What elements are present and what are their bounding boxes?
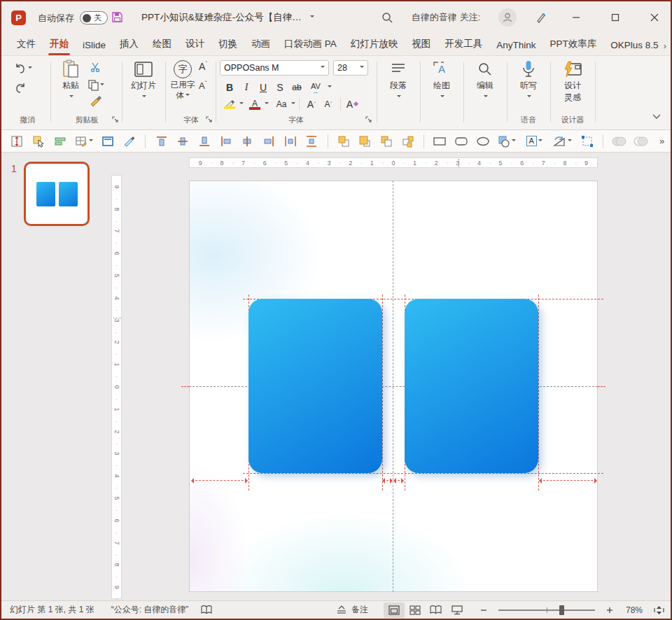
edit-points-icon[interactable] bbox=[578, 132, 596, 150]
distribute-horizontal-icon[interactable] bbox=[281, 132, 299, 150]
underline-button[interactable]: U bbox=[255, 80, 272, 95]
paragraph-dropdown-icon[interactable] bbox=[397, 95, 401, 99]
align-top-icon[interactable] bbox=[153, 132, 170, 150]
autosave-toggle[interactable]: 关 bbox=[80, 11, 108, 24]
cut-button[interactable] bbox=[90, 62, 101, 73]
document-title[interactable]: PPT小知识&疑难杂症-公众号【自律… bbox=[141, 11, 302, 24]
send-backward-icon[interactable] bbox=[378, 132, 396, 150]
ellipse-shape-icon[interactable] bbox=[474, 132, 491, 150]
tab-OK10 GC[interactable]: OK10 GC bbox=[666, 36, 672, 55]
fit-height-icon[interactable] bbox=[8, 132, 26, 150]
grow-font-button[interactable]: Aˆ bbox=[303, 97, 320, 112]
clipboard-dialog-launcher-icon[interactable] bbox=[112, 116, 118, 122]
undo-dropdown-icon[interactable] bbox=[28, 66, 32, 71]
account-text[interactable]: 自律的音律 关注: bbox=[412, 11, 480, 24]
slide-layout-icon[interactable] bbox=[99, 132, 117, 150]
dictate-dropdown-icon[interactable] bbox=[527, 95, 531, 99]
blue-rounded-rectangle-left[interactable] bbox=[248, 299, 382, 473]
select-object-icon[interactable] bbox=[30, 132, 48, 150]
change-case-button[interactable]: Aa bbox=[273, 97, 290, 112]
strikethrough-button[interactable]: ab bbox=[288, 80, 305, 95]
copy-button[interactable] bbox=[88, 78, 104, 92]
tab-设计[interactable]: 设计 bbox=[178, 34, 211, 55]
zoom-level[interactable]: 78% bbox=[626, 605, 643, 615]
distribute-vertical-icon[interactable] bbox=[303, 132, 321, 150]
change-shape-dropdown[interactable] bbox=[550, 132, 574, 150]
send-to-back-icon[interactable] bbox=[399, 132, 416, 150]
dictate-button[interactable]: 听写 bbox=[510, 59, 547, 101]
avatar[interactable] bbox=[498, 8, 517, 27]
distribute-bars-icon[interactable] bbox=[51, 132, 69, 150]
zoom-slider-handle[interactable] bbox=[559, 605, 564, 615]
align-bottom-icon[interactable] bbox=[196, 132, 214, 150]
font-size-combobox[interactable]: 28 bbox=[333, 60, 368, 76]
shrink-font-button2[interactable]: Aˇ bbox=[199, 80, 207, 91]
slide-info[interactable]: 幻灯片 第 1 张, 共 1 张 bbox=[10, 604, 94, 616]
table-tool-dropdown[interactable] bbox=[73, 132, 95, 150]
highlight-color-button[interactable] bbox=[221, 97, 238, 112]
format-paint-icon[interactable] bbox=[121, 132, 139, 150]
slide-dropdown-icon[interactable] bbox=[142, 95, 146, 99]
slide-sorter-view-button[interactable] bbox=[405, 603, 426, 618]
bring-to-front-icon[interactable] bbox=[356, 132, 374, 150]
slide-button[interactable]: 幻灯片 bbox=[125, 59, 162, 101]
tab-幻灯片放映[interactable]: 幻灯片放映 bbox=[344, 34, 405, 55]
text-box-dropdown[interactable]: A bbox=[522, 132, 546, 150]
zoom-out-button[interactable] bbox=[473, 603, 494, 618]
highlight-dropdown-icon[interactable] bbox=[239, 102, 244, 106]
collapse-ribbon-icon[interactable] bbox=[652, 114, 661, 120]
slide-thumbnail[interactable] bbox=[24, 162, 90, 226]
grow-font-button2[interactable]: Aˆ bbox=[199, 60, 207, 72]
tab-绘图[interactable]: 绘图 bbox=[146, 34, 178, 55]
change-case-dropdown-icon[interactable] bbox=[291, 102, 295, 106]
proofing-icon[interactable] bbox=[201, 605, 212, 614]
zoom-in-button[interactable] bbox=[599, 603, 620, 618]
shrink-font-button[interactable]: Aˇ bbox=[320, 97, 337, 112]
insert-shape-dropdown[interactable] bbox=[496, 132, 518, 150]
text-shadow-button[interactable]: S bbox=[272, 80, 288, 95]
normal-view-button[interactable] bbox=[384, 603, 405, 618]
tab-口袋动画 PA[interactable]: 口袋动画 PA bbox=[277, 34, 344, 55]
tab-PPT效率库[interactable]: PPT效率库 bbox=[543, 34, 604, 55]
tab-OKPlus 8.5[interactable]: OKPlus 8.5 bbox=[603, 36, 665, 55]
editing-button[interactable]: 编辑 bbox=[466, 59, 504, 101]
tabs-overflow-icon[interactable]: › bbox=[664, 41, 666, 51]
design-ideas-button[interactable]: 设计 灵感 bbox=[553, 59, 592, 104]
used-font-dropdown-icon[interactable] bbox=[186, 94, 190, 98]
italic-button[interactable]: I bbox=[238, 80, 255, 95]
tab-iSlide[interactable]: iSlide bbox=[76, 36, 113, 55]
tab-插入[interactable]: 插入 bbox=[113, 34, 146, 55]
paste-dropdown-icon[interactable] bbox=[69, 95, 74, 99]
font-name-combobox[interactable]: OPPOSans M bbox=[220, 60, 329, 76]
align-center-icon[interactable] bbox=[239, 132, 256, 150]
toolbar-more-icon[interactable]: » bbox=[653, 132, 671, 150]
tab-开始[interactable]: 开始 bbox=[43, 34, 76, 55]
notes-button[interactable]: 备注 bbox=[336, 604, 368, 616]
character-spacing-button[interactable]: AV↔ bbox=[305, 80, 326, 95]
close-button[interactable] bbox=[644, 7, 665, 28]
save-icon[interactable] bbox=[111, 11, 123, 23]
title-dropdown-icon[interactable] bbox=[310, 15, 314, 20]
tab-视图[interactable]: 视图 bbox=[405, 34, 438, 55]
pen-tool-icon[interactable] bbox=[535, 11, 547, 24]
tab-开发工具[interactable]: 开发工具 bbox=[438, 34, 489, 55]
tab-AnyThink[interactable]: AnyThink bbox=[489, 36, 542, 55]
align-middle-icon[interactable] bbox=[174, 132, 192, 150]
redo-button[interactable] bbox=[14, 81, 27, 95]
minimize-button[interactable] bbox=[566, 7, 587, 28]
paste-button[interactable]: 粘贴 bbox=[55, 59, 87, 101]
used-font-dialog-launcher-icon[interactable] bbox=[206, 116, 212, 122]
bold-button[interactable]: B bbox=[221, 80, 238, 95]
editing-dropdown-icon[interactable] bbox=[484, 95, 488, 99]
drawing-dropdown-icon[interactable] bbox=[440, 95, 444, 99]
reading-view-button[interactable] bbox=[426, 603, 447, 618]
tab-动画[interactable]: 动画 bbox=[244, 34, 277, 55]
rounded-rectangle-shape-icon[interactable] bbox=[453, 132, 470, 150]
tab-文件[interactable]: 文件 bbox=[10, 34, 43, 55]
spacing-dropdown-icon[interactable] bbox=[328, 85, 332, 90]
align-right-icon[interactable] bbox=[260, 132, 278, 150]
bring-forward-icon[interactable] bbox=[335, 132, 352, 150]
blue-rounded-rectangle-right[interactable] bbox=[405, 299, 538, 473]
slideshow-view-button[interactable] bbox=[447, 603, 468, 618]
fit-slide-to-window-button[interactable] bbox=[648, 603, 669, 618]
